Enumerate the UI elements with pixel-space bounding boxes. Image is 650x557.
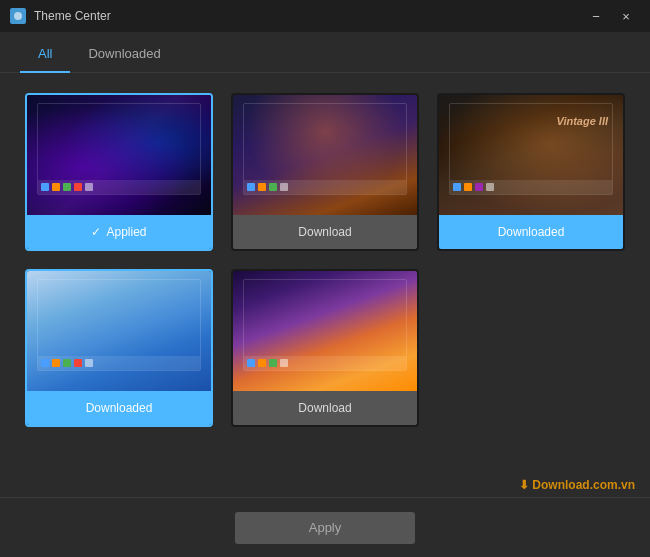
bottom-bar: Apply: [0, 497, 650, 557]
theme-preview-sunset: [233, 271, 417, 391]
fake-icon: [269, 183, 277, 191]
theme-preview-butterfly: [27, 271, 211, 391]
title-bar: Theme Center − ×: [0, 0, 650, 32]
theme-card-butterfly[interactable]: Downloaded: [25, 269, 213, 427]
fake-screen-butterfly: [37, 279, 201, 371]
fake-icon: [85, 183, 93, 191]
fake-taskbar-warrior: [450, 180, 612, 194]
minimize-button[interactable]: −: [582, 5, 610, 27]
label-text: Downloaded: [498, 225, 565, 239]
theme-card-sunset[interactable]: Download: [231, 269, 419, 427]
fake-icon: [258, 359, 266, 367]
watermark: ⬇ Download.com.vn: [519, 478, 635, 492]
label-text: Applied: [106, 225, 146, 239]
preview-bg-warrior: Vintage III: [439, 95, 623, 215]
title-bar-controls: − ×: [582, 5, 640, 27]
tab-all[interactable]: All: [20, 36, 70, 73]
fake-icon: [74, 183, 82, 191]
fake-icon: [52, 183, 60, 191]
check-icon: ✓: [91, 225, 101, 239]
theme-card-galaxy[interactable]: ✓ Applied: [25, 93, 213, 251]
theme-label-sunset: Download: [233, 391, 417, 425]
fake-icon: [258, 183, 266, 191]
tab-bar: All Downloaded: [0, 36, 650, 73]
fake-screen-sunset: [243, 279, 407, 371]
fake-taskbar-butterfly: [38, 356, 200, 370]
fake-screen-meteor: [243, 103, 407, 195]
fake-icon: [41, 359, 49, 367]
theme-card-warrior[interactable]: Vintage III Downloaded: [437, 93, 625, 251]
fake-screen-warrior: [449, 103, 613, 195]
close-button[interactable]: ×: [612, 5, 640, 27]
fake-icon: [280, 183, 288, 191]
fake-icon: [280, 359, 288, 367]
fake-icon: [52, 359, 60, 367]
fake-icon: [63, 183, 71, 191]
preview-bg-meteor: [233, 95, 417, 215]
fake-taskbar-galaxy: [38, 180, 200, 194]
theme-preview-warrior: Vintage III: [439, 95, 623, 215]
fake-icon: [247, 359, 255, 367]
app-icon: [10, 8, 26, 24]
preview-bg-sunset: [233, 271, 417, 391]
fake-icon: [41, 183, 49, 191]
fake-screen-galaxy: [37, 103, 201, 195]
fake-icon: [247, 183, 255, 191]
preview-bg-butterfly: [27, 271, 211, 391]
fake-icon: [85, 359, 93, 367]
fake-icon: [269, 359, 277, 367]
tab-downloaded[interactable]: Downloaded: [70, 36, 178, 73]
label-text: Download: [298, 225, 351, 239]
preview-bg-galaxy: [27, 95, 211, 215]
label-text: Downloaded: [86, 401, 153, 415]
fake-icon: [486, 183, 494, 191]
fake-icon: [464, 183, 472, 191]
app-title: Theme Center: [34, 9, 111, 23]
apply-button[interactable]: Apply: [235, 512, 415, 544]
theme-grid: ✓ Applied Download: [0, 73, 650, 447]
fake-taskbar-sunset: [244, 356, 406, 370]
fake-taskbar-meteor: [244, 180, 406, 194]
theme-preview-galaxy: [27, 95, 211, 215]
fake-icon: [475, 183, 483, 191]
title-bar-left: Theme Center: [10, 8, 111, 24]
theme-label-butterfly: Downloaded: [27, 391, 211, 425]
svg-point-1: [14, 12, 22, 20]
theme-label-warrior: Downloaded: [439, 215, 623, 249]
label-text: Download: [298, 401, 351, 415]
theme-preview-meteor: [233, 95, 417, 215]
fake-icon: [63, 359, 71, 367]
fake-icon: [74, 359, 82, 367]
fake-icon: [453, 183, 461, 191]
theme-label-meteor: Download: [233, 215, 417, 249]
theme-label-galaxy: ✓ Applied: [27, 215, 211, 249]
theme-card-meteor[interactable]: Download: [231, 93, 419, 251]
